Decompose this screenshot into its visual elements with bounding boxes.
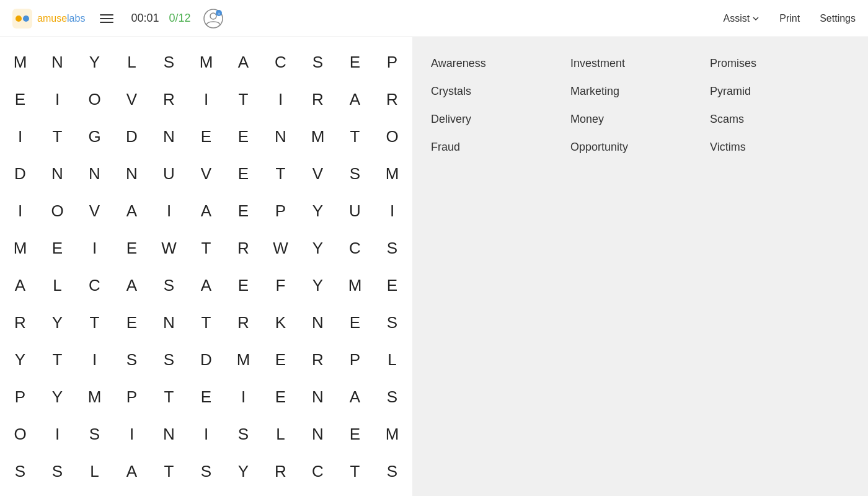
grid-cell[interactable]: W [262,229,299,267]
grid-cell[interactable]: E [188,118,225,155]
grid-cell[interactable]: T [188,490,225,496]
grid-cell[interactable]: R [299,341,337,378]
grid-cell[interactable]: R [2,304,39,341]
grid-cell[interactable]: E [262,341,299,378]
grid-cell[interactable]: M [2,229,39,267]
grid-cell[interactable]: E [225,192,262,229]
grid-cell[interactable]: C [262,43,299,81]
grid-cell[interactable]: K [262,304,299,341]
grid-cell[interactable]: T [76,304,113,341]
grid-cell[interactable]: M [76,378,113,415]
grid-cell[interactable]: T [188,304,225,341]
grid-cell[interactable]: E [262,378,299,415]
grid-cell[interactable]: Y [76,43,113,81]
grid-cell[interactable]: I [39,81,76,118]
settings-button[interactable]: Settings [820,13,856,24]
grid-cell[interactable]: T [39,118,76,155]
grid-cell[interactable]: U [337,192,374,229]
word-search-grid[interactable]: MNYLSMACSEPEIOVRITIRARITGDNEENMTODNNNUVE… [2,43,411,496]
grid-cell[interactable]: I [76,341,113,378]
grid-cell[interactable]: E [2,81,39,118]
grid-cell[interactable]: W [151,229,188,267]
grid-cell[interactable]: E [113,304,151,341]
grid-cell[interactable]: A [225,43,262,81]
grid-cell[interactable]: L [39,267,76,304]
grid-cell[interactable]: S [151,43,188,81]
grid-cell[interactable]: O [2,490,39,496]
grid-cell[interactable]: A [337,81,374,118]
grid-cell[interactable]: O [374,118,411,155]
grid-cell[interactable]: S [337,155,374,192]
assist-button[interactable]: Assist [724,13,760,24]
grid-cell[interactable]: I [2,118,39,155]
grid-cell[interactable]: U [151,155,188,192]
print-button[interactable]: Print [779,13,800,24]
grid-cell[interactable]: P [113,378,151,415]
grid-cell[interactable]: E [337,415,374,453]
grid-cell[interactable]: T [337,453,374,490]
grid-cell[interactable]: D [113,118,151,155]
grid-cell[interactable]: E [337,43,374,81]
grid-cell[interactable]: S [225,415,262,453]
grid-cell[interactable]: T [225,81,262,118]
grid-cell[interactable]: S [151,267,188,304]
grid-cell[interactable]: I [151,192,188,229]
grid-cell[interactable]: V [188,155,225,192]
grid-cell[interactable]: T [262,155,299,192]
grid-cell[interactable]: R [151,81,188,118]
grid-cell[interactable]: E [225,118,262,155]
grid-cell[interactable]: L [76,453,113,490]
grid-cell[interactable]: P [39,490,76,496]
grid-cell[interactable]: E [374,267,411,304]
grid-cell[interactable]: A [113,192,151,229]
grid-cell[interactable]: N [151,415,188,453]
grid-cell[interactable]: D [188,341,225,378]
grid-cell[interactable]: I [225,378,262,415]
grid-cell[interactable]: N [299,304,337,341]
grid-cell[interactable]: D [2,155,39,192]
grid-cell[interactable]: G [76,118,113,155]
grid-cell[interactable]: P [76,490,113,496]
grid-cell[interactable]: S [76,415,113,453]
grid-cell[interactable]: M [225,341,262,378]
grid-cell[interactable]: E [113,229,151,267]
grid-cell[interactable]: L [262,415,299,453]
grid-cell[interactable]: N [151,118,188,155]
grid-cell[interactable]: I [76,229,113,267]
grid-cell[interactable]: V [113,81,151,118]
grid-cell[interactable]: I [299,490,337,496]
grid-cell[interactable]: N [262,490,299,496]
grid-cell[interactable]: Y [225,453,262,490]
grid-cell[interactable]: R [299,81,337,118]
grid-cell[interactable]: N [151,304,188,341]
grid-cell[interactable]: C [76,267,113,304]
grid-cell[interactable]: S [151,341,188,378]
grid-cell[interactable]: N [299,415,337,453]
grid-cell[interactable]: Y [299,192,337,229]
grid-cell[interactable]: N [299,378,337,415]
grid-cell[interactable]: M [2,43,39,81]
grid-cell[interactable]: N [39,43,76,81]
grid-cell[interactable]: R [262,453,299,490]
grid-cell[interactable]: T [151,378,188,415]
grid-cell[interactable]: C [337,229,374,267]
grid-cell[interactable]: E [337,304,374,341]
grid-cell[interactable]: P [2,378,39,415]
grid-cell[interactable]: L [113,43,151,81]
grid-cell[interactable]: T [188,229,225,267]
grid-cell[interactable]: N [113,155,151,192]
grid-cell[interactable]: Y [39,378,76,415]
grid-cell[interactable]: T [337,118,374,155]
grid-cell[interactable]: O [113,490,151,496]
grid-cell[interactable]: I [113,415,151,453]
grid-cell[interactable]: S [39,453,76,490]
grid-cell[interactable]: S [2,453,39,490]
grid-cell[interactable]: A [113,267,151,304]
grid-cell[interactable]: O [76,81,113,118]
grid-cell[interactable]: M [374,155,411,192]
grid-cell[interactable]: R [225,304,262,341]
grid-cell[interactable]: A [337,378,374,415]
grid-cell[interactable]: A [2,267,39,304]
grid-cell[interactable]: F [262,267,299,304]
grid-cell[interactable]: Y [299,229,337,267]
